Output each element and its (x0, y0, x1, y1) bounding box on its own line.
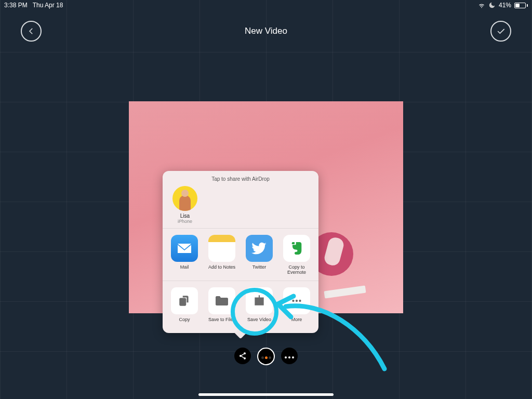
battery-icon (514, 3, 528, 8)
share-app-label: Copy to Evernote (279, 265, 314, 275)
svg-point-4 (244, 352, 246, 354)
avatar (172, 186, 197, 211)
copy-icon (171, 287, 198, 314)
share-action-label: More (291, 317, 302, 328)
back-button[interactable] (21, 21, 42, 42)
airdrop-contact-lisa[interactable]: Lisa iPhone (170, 186, 200, 224)
header: New Video (0, 16, 532, 47)
page-title: New Video (245, 26, 287, 36)
bottom-toolbar (0, 348, 532, 365)
svg-point-0 (292, 300, 294, 302)
wifi-icon (478, 2, 485, 9)
share-app-label: Twitter (252, 265, 267, 275)
share-button[interactable] (234, 348, 251, 364)
dots-icon (261, 352, 272, 361)
share-app-label: Add to Notes (208, 265, 235, 275)
share-action-label: Save to Files (208, 317, 235, 328)
svg-point-1 (296, 300, 298, 302)
more-icon (283, 287, 310, 314)
share-action-label: Save Video (247, 317, 271, 328)
twitter-icon (246, 235, 273, 262)
done-button[interactable] (490, 21, 511, 42)
notes-icon (208, 235, 235, 262)
airdrop-prompt: Tap to share with AirDrop (170, 176, 311, 182)
status-bar: 3:38 PM Thu Apr 18 41% (0, 0, 532, 10)
contact-device: iPhone (178, 219, 192, 224)
battery-percent: 41% (499, 2, 511, 9)
check-icon (496, 26, 506, 36)
arrow-left-icon (26, 26, 36, 36)
share-sheet: Tap to share with AirDrop Lisa iPhone Ma… (163, 171, 318, 333)
share-app-evernote[interactable]: Copy to Evernote (279, 235, 314, 275)
contact-name: Lisa (180, 213, 190, 219)
share-app-label: Mail (180, 265, 189, 275)
status-time: 3:38 PM (4, 2, 28, 9)
share-action-label: Copy (179, 317, 190, 328)
share-action-more[interactable]: More (279, 287, 314, 328)
status-date: Thu Apr 18 (33, 2, 63, 9)
moon-icon (488, 2, 496, 9)
folder-icon (208, 287, 235, 314)
share-action-save-video[interactable]: Save Video (242, 287, 277, 328)
svg-point-5 (240, 355, 242, 357)
more-button[interactable] (281, 348, 298, 364)
home-indicator[interactable] (198, 393, 334, 396)
share-action-copy[interactable]: Copy (167, 287, 202, 328)
save-video-icon (246, 287, 273, 314)
share-app-mail[interactable]: Mail (167, 235, 202, 275)
share-action-save-to-files[interactable]: Save to Files (204, 287, 240, 328)
mail-icon (171, 235, 198, 262)
share-app-notes[interactable]: Add to Notes (204, 235, 240, 275)
share-icon (238, 352, 247, 360)
more-dots-icon (284, 351, 295, 361)
svg-point-2 (299, 300, 301, 302)
share-app-twitter[interactable]: Twitter (242, 235, 277, 275)
page-indicator-button[interactable] (257, 348, 275, 365)
svg-point-6 (244, 357, 246, 360)
evernote-icon (283, 235, 310, 262)
